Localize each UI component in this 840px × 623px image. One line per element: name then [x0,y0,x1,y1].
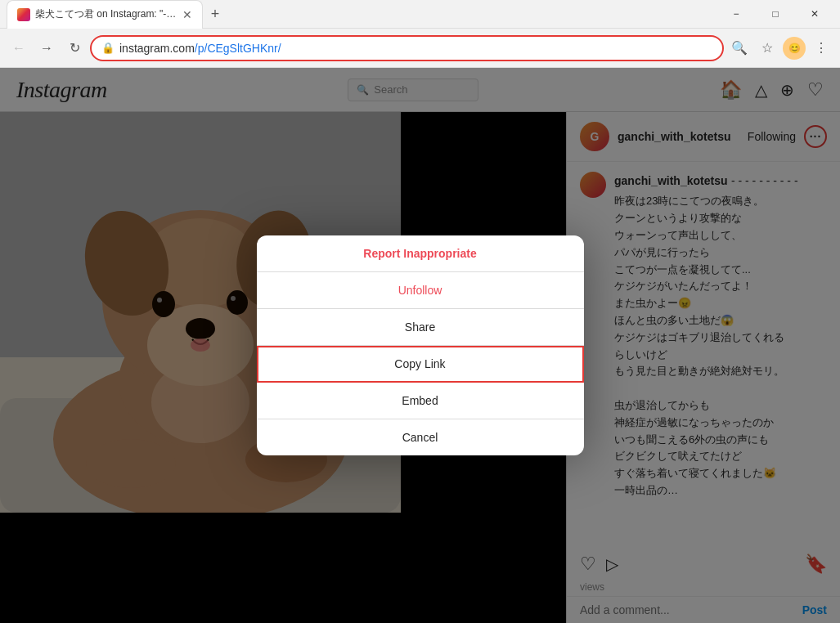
active-tab[interactable]: 柴犬こてつ君 on Instagram: "- - - × ✕ [7,0,203,29]
maximize-button[interactable]: □ [757,2,794,26]
back-button[interactable]: ← [7,36,31,61]
tab-favicon [17,8,30,21]
nav-bar: ← → ↻ 🔒 instagram.com/p/CEgSltGHKnr/ 🔍 ☆… [0,29,840,68]
toolbar-icons: 🔍 ☆ 😊 ⋮ [727,36,833,61]
title-bar: 柴犬こてつ君 on Instagram: "- - - × ✕ + − □ ✕ [0,0,840,29]
search-icon[interactable]: 🔍 [727,36,752,61]
page-content: Instagram 🔍 Search 🏠 △ ⊕ ♡ [0,68,840,623]
window-controls: − □ ✕ [717,2,833,26]
profile-avatar[interactable]: 😊 [783,37,806,60]
refresh-button[interactable]: ↻ [62,36,87,61]
unfollow-option[interactable]: Unfollow [257,272,584,309]
address-text: instagram.com/p/CEgSltGHKnr/ [119,42,712,55]
share-option[interactable]: Share [257,309,584,346]
close-button[interactable]: ✕ [796,2,833,26]
copy-link-option[interactable]: Copy Link [257,346,584,383]
address-bar[interactable]: 🔒 instagram.com/p/CEgSltGHKnr/ [90,35,724,61]
forward-button[interactable]: → [34,36,59,61]
menu-icon[interactable]: ⋮ [809,36,833,61]
tab-title: 柴犬こてつ君 on Instagram: "- - - × [35,7,177,21]
new-tab-button[interactable]: + [203,2,227,26]
cancel-option[interactable]: Cancel [257,419,584,455]
report-inappropriate-option[interactable]: Report Inappropriate [257,235,584,272]
url-domain: instagram.com [119,42,195,55]
url-path: /p/CEgSltGHKnr/ [195,42,281,55]
bookmark-star-icon[interactable]: ☆ [755,36,779,61]
browser-window: 柴犬こてつ君 on Instagram: "- - - × ✕ + − □ ✕ … [0,0,840,623]
modal-overlay[interactable]: Report Inappropriate Unfollow Share Copy… [0,68,840,623]
embed-option[interactable]: Embed [257,383,584,419]
lock-icon: 🔒 [101,42,115,54]
tab-bar: 柴犬こてつ君 on Instagram: "- - - × ✕ + [7,0,717,29]
tab-close-button[interactable]: ✕ [182,8,192,21]
options-modal: Report Inappropriate Unfollow Share Copy… [257,235,584,455]
minimize-button[interactable]: − [717,2,755,26]
